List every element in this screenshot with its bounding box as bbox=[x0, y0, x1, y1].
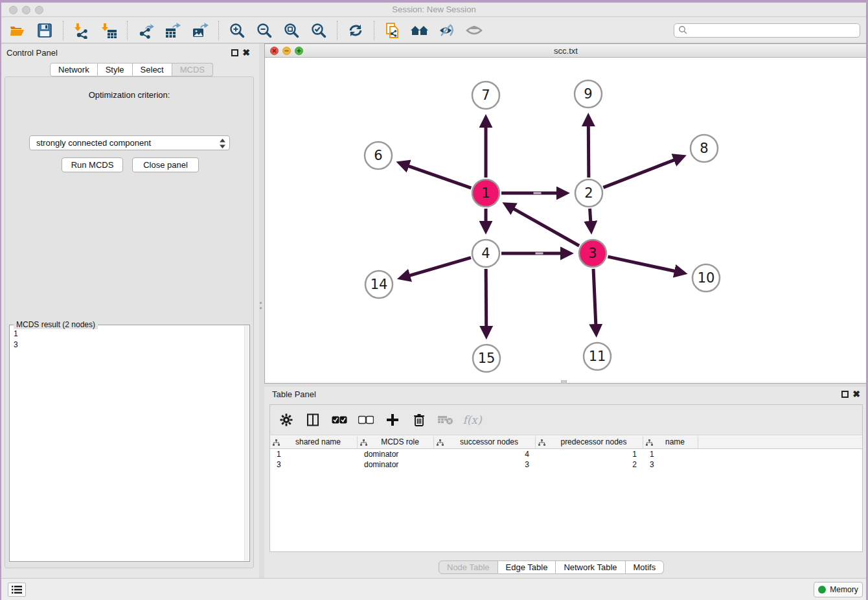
table-panel-title: Table Panel bbox=[272, 389, 316, 399]
window-title: Session: New Session bbox=[0, 3, 868, 16]
status-bar: Memory bbox=[0, 578, 868, 600]
float-panel-icon[interactable] bbox=[841, 391, 849, 398]
edge-3-11[interactable] bbox=[593, 269, 596, 325]
export-image-button[interactable] bbox=[187, 18, 214, 43]
tab-select[interactable]: Select bbox=[133, 63, 172, 76]
result-scrollbar[interactable] bbox=[244, 326, 249, 560]
clone-network-button[interactable] bbox=[379, 18, 406, 43]
close-panel-icon[interactable]: ✖ bbox=[242, 47, 250, 58]
zoom-fit-button[interactable] bbox=[278, 18, 305, 43]
save-session-button[interactable] bbox=[31, 18, 58, 43]
show-network-button[interactable] bbox=[461, 18, 488, 43]
zoom-selected-icon bbox=[310, 22, 327, 39]
network-graph[interactable]: 7968124314101511 bbox=[265, 58, 867, 384]
split-columns-icon bbox=[306, 413, 319, 426]
table-settings-button[interactable] bbox=[278, 410, 295, 430]
memory-button[interactable]: Memory bbox=[814, 582, 863, 597]
select-all-columns-button[interactable] bbox=[331, 410, 348, 430]
table-row[interactable]: 1dominator411 bbox=[270, 449, 862, 459]
delete-table-button[interactable] bbox=[437, 410, 454, 430]
splitter-handle[interactable] bbox=[561, 380, 567, 384]
cell-mcds-role[interactable]: dominator bbox=[358, 449, 434, 459]
function-builder-button[interactable]: f(x) bbox=[464, 410, 481, 430]
search-field[interactable] bbox=[674, 23, 860, 38]
open-file-button[interactable] bbox=[4, 18, 31, 43]
column-header-name[interactable]: name bbox=[643, 436, 698, 449]
close-panel-button[interactable]: Close panel bbox=[132, 157, 199, 172]
node-label-2: 2 bbox=[584, 185, 593, 201]
node-label-15: 15 bbox=[478, 351, 496, 366]
column-header-successor-nodes[interactable]: successor nodes bbox=[434, 436, 536, 449]
splitter-handle[interactable] bbox=[260, 307, 262, 309]
table-header-row: shared nameMCDS rolesuccessor nodesprede… bbox=[270, 436, 862, 449]
export-image-icon bbox=[192, 22, 209, 39]
cell-name[interactable]: 1 bbox=[643, 449, 698, 459]
zoom-in-button[interactable] bbox=[223, 18, 251, 43]
float-panel-icon[interactable] bbox=[231, 49, 238, 56]
optimization-criterion-select[interactable]: strongly connected component bbox=[29, 135, 230, 150]
import-table-button[interactable] bbox=[95, 18, 122, 43]
unselect-all-columns-button[interactable] bbox=[358, 410, 374, 430]
table-panel-tabs: Node TableEdge TableNetwork TableMotifs bbox=[439, 560, 664, 574]
table-body: 1dominator4113dominator323 bbox=[270, 449, 862, 470]
column-header-predecessor-nodes[interactable]: predecessor nodes bbox=[536, 436, 643, 449]
tab-network-table[interactable]: Network Table bbox=[556, 560, 625, 574]
save-icon bbox=[36, 22, 53, 39]
cell-successor-nodes[interactable]: 4 bbox=[434, 449, 536, 459]
edge-1-6[interactable] bbox=[407, 166, 471, 188]
splitter-handle[interactable] bbox=[260, 302, 262, 304]
cell-successor-nodes[interactable]: 3 bbox=[434, 459, 536, 470]
cell-name[interactable]: 3 bbox=[643, 459, 698, 470]
refresh-button[interactable] bbox=[342, 18, 369, 43]
export-table-button[interactable] bbox=[159, 18, 187, 43]
zoom-out-button[interactable] bbox=[251, 18, 278, 43]
close-panel-icon[interactable]: ✖ bbox=[852, 389, 860, 399]
table-row[interactable]: 3dominator323 bbox=[270, 459, 862, 470]
cell-mcds-role[interactable]: dominator bbox=[358, 459, 434, 470]
network-canvas[interactable]: 7968124314101511 bbox=[265, 58, 867, 383]
network-window-titlebar[interactable]: scc.txt bbox=[265, 44, 867, 58]
optimization-criterion-label: Optimization criterion: bbox=[5, 90, 253, 100]
column-header-shared-name[interactable]: shared name bbox=[270, 436, 358, 449]
edge-4-14[interactable] bbox=[409, 258, 471, 276]
create-column-button[interactable] bbox=[384, 410, 401, 430]
list-icon bbox=[11, 584, 23, 595]
cell-shared-name[interactable]: 3 bbox=[270, 459, 358, 470]
import-network-button[interactable] bbox=[68, 18, 95, 43]
mcds-panel: Optimization criterion: strongly connect… bbox=[5, 76, 254, 568]
tab-style[interactable]: Style bbox=[98, 63, 133, 76]
tab-motifs[interactable]: Motifs bbox=[626, 560, 665, 574]
memory-status-icon bbox=[818, 586, 826, 594]
cell-shared-name[interactable]: 1 bbox=[270, 449, 358, 459]
node-label-6: 6 bbox=[374, 148, 382, 163]
mcds-result-line: 1 bbox=[14, 329, 239, 340]
edge-2-8[interactable] bbox=[603, 159, 675, 187]
export-network-button[interactable] bbox=[132, 18, 159, 43]
task-history-button[interactable] bbox=[8, 583, 26, 597]
edge-4-15[interactable] bbox=[486, 269, 486, 327]
zoom-selected-button[interactable] bbox=[305, 18, 332, 43]
show-column-panel-button[interactable] bbox=[304, 410, 321, 430]
tab-edge-table[interactable]: Edge Table bbox=[498, 560, 556, 574]
hide-network-button[interactable] bbox=[433, 18, 461, 43]
edge-2-3[interactable] bbox=[590, 209, 591, 222]
cell-predecessor-nodes[interactable]: 1 bbox=[536, 449, 643, 459]
toolbar-separator bbox=[63, 21, 63, 40]
desktop-edge-top bbox=[0, 0, 868, 3]
search-input[interactable] bbox=[688, 26, 856, 35]
edge-3-1[interactable] bbox=[513, 209, 579, 246]
search-icon bbox=[678, 25, 688, 35]
column-header-mcds-role[interactable]: MCDS role bbox=[358, 436, 434, 449]
toolbar-separator bbox=[337, 21, 337, 40]
tab-node-table[interactable]: Node Table bbox=[439, 560, 498, 574]
run-mcds-button[interactable]: Run MCDS bbox=[62, 157, 123, 172]
toolbar-separator bbox=[374, 21, 374, 40]
tab-mcds[interactable]: MCDS bbox=[172, 63, 213, 76]
cell-predecessor-nodes[interactable]: 2 bbox=[536, 459, 643, 470]
home-button[interactable] bbox=[406, 18, 433, 43]
mcds-result-text[interactable]: 13 bbox=[10, 327, 243, 561]
delete-column-button[interactable] bbox=[411, 410, 428, 430]
tab-network[interactable]: Network bbox=[50, 63, 98, 76]
edge-3-10[interactable] bbox=[608, 257, 676, 271]
edge-2-9[interactable] bbox=[588, 125, 589, 178]
